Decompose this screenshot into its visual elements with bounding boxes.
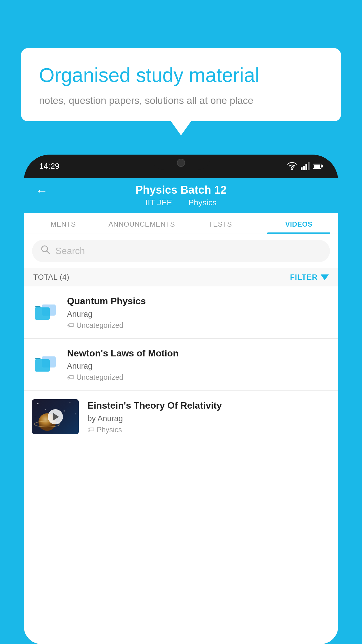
search-container: Search — [24, 234, 338, 268]
svg-point-15 — [45, 409, 46, 410]
svg-rect-1 — [301, 167, 303, 170]
list-item[interactable]: Einstein's Theory Of Relativity by Anura… — [24, 391, 338, 443]
header-tag-physics: Physics — [188, 198, 216, 207]
list-item[interactable]: Newton's Laws of Motion Anurag 🏷 Uncateg… — [24, 339, 338, 391]
total-count-label: TOTAL (4) — [33, 273, 69, 282]
svg-rect-3 — [305, 164, 307, 170]
header-tag-iitjee: IIT JEE — [145, 198, 172, 207]
header-tag-separator — [178, 198, 183, 207]
video-tag-row: 🏷 Uncategorized — [67, 321, 330, 330]
svg-point-18 — [54, 405, 54, 405]
phone-screen: ← Physics Batch 12 IIT JEE Physics MENTS… — [24, 178, 338, 644]
folder-icon-wrap — [32, 354, 58, 375]
status-bar: 14:29 — [24, 155, 338, 178]
wifi-icon — [287, 162, 297, 170]
tag-icon: 🏷 — [87, 426, 94, 434]
folder-icon — [34, 302, 57, 323]
video-tag-row: 🏷 Physics — [87, 426, 330, 434]
video-info: Quantum Physics Anurag 🏷 Uncategorized — [67, 295, 330, 330]
tab-ments[interactable]: MENTS — [24, 213, 103, 234]
list-item[interactable]: Quantum Physics Anurag 🏷 Uncategorized — [24, 286, 338, 339]
tabs-bar: MENTS ANNOUNCEMENTS TESTS VIDEOS — [24, 213, 338, 234]
status-time: 14:29 — [39, 162, 59, 171]
svg-rect-7 — [321, 165, 323, 167]
tag-icon: 🏷 — [67, 321, 74, 329]
tab-announcements[interactable]: ANNOUNCEMENTS — [103, 213, 181, 234]
signal-icon — [301, 162, 310, 170]
video-title: Einstein's Theory Of Relativity — [87, 400, 330, 412]
video-author: Anurag — [67, 310, 330, 319]
video-title: Quantum Physics — [67, 295, 330, 307]
video-author: Anurag — [67, 362, 330, 371]
tag-icon: 🏷 — [67, 373, 74, 382]
video-tag: Physics — [97, 426, 122, 434]
svg-point-14 — [37, 403, 38, 404]
video-list: Quantum Physics Anurag 🏷 Uncategorized — [24, 286, 338, 644]
bubble-title: Organised study material — [39, 63, 323, 87]
search-bar[interactable]: Search — [32, 240, 330, 262]
svg-rect-6 — [314, 164, 320, 168]
header-top-row: ← Physics Batch 12 — [36, 184, 326, 196]
svg-rect-4 — [308, 162, 310, 170]
video-author: by Anurag — [87, 414, 330, 423]
svg-point-16 — [70, 402, 71, 403]
video-thumbnail — [32, 399, 79, 434]
filter-row: TOTAL (4) FILTER — [24, 268, 338, 286]
video-tag-row: 🏷 Uncategorized — [67, 373, 330, 382]
filter-label: FILTER — [290, 273, 318, 282]
folder-icon-wrap — [32, 302, 58, 323]
bubble-subtitle: notes, question papers, solutions all at… — [39, 94, 323, 108]
camera-notch — [177, 159, 185, 167]
speech-bubble: Organised study material notes, question… — [21, 48, 341, 121]
back-button[interactable]: ← — [36, 184, 48, 198]
battery-icon — [313, 163, 323, 169]
svg-line-9 — [47, 251, 50, 254]
play-button[interactable] — [48, 409, 63, 424]
search-icon — [40, 244, 51, 258]
search-placeholder: Search — [55, 246, 85, 256]
svg-point-0 — [291, 168, 293, 170]
video-tag: Uncategorized — [76, 373, 123, 382]
svg-rect-13 — [35, 359, 50, 372]
svg-point-17 — [64, 410, 65, 412]
tab-tests[interactable]: TESTS — [181, 213, 260, 234]
status-icons — [287, 162, 323, 170]
video-tag: Uncategorized — [76, 321, 123, 330]
phone-frame: 14:29 — [24, 155, 338, 644]
folder-icon — [34, 354, 57, 375]
svg-point-19 — [75, 414, 76, 414]
video-title: Newton's Laws of Motion — [67, 347, 330, 360]
filter-icon — [321, 274, 329, 280]
video-info: Newton's Laws of Motion Anurag 🏷 Uncateg… — [67, 347, 330, 382]
tab-videos[interactable]: VIDEOS — [260, 213, 338, 234]
speech-bubble-container: Organised study material notes, question… — [21, 48, 341, 121]
header-title: Physics Batch 12 — [136, 184, 227, 196]
filter-button[interactable]: FILTER — [290, 273, 329, 282]
header-tags: IIT JEE Physics — [145, 198, 216, 207]
svg-rect-2 — [303, 166, 305, 170]
app-header: ← Physics Batch 12 IIT JEE Physics — [24, 178, 338, 213]
svg-rect-11 — [35, 307, 50, 320]
video-info: Einstein's Theory Of Relativity by Anura… — [87, 400, 330, 434]
svg-point-20 — [35, 416, 35, 417]
